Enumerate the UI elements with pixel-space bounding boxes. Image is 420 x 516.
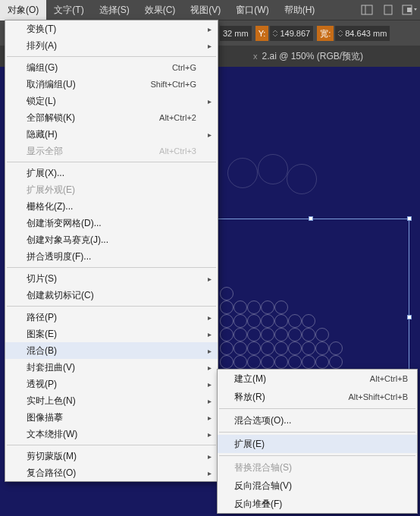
sm-revfront[interactable]: 反向堆叠(F) — [218, 495, 417, 513]
mi-transform[interactable]: 变换(T) — [5, 20, 218, 37]
menu-window[interactable]: 窗口(W) — [228, 0, 276, 20]
workspace-switcher-icon[interactable] — [401, 2, 418, 17]
w-value: 84.643 — [345, 26, 371, 41]
sm-replspine: 替换混合轴(S) — [218, 458, 417, 477]
mi-hide[interactable]: 隐藏(H) — [5, 126, 218, 143]
mi-gradmesh[interactable]: 创建渐变网格(D)... — [5, 215, 218, 231]
w-field[interactable]: 84.643 mm — [335, 26, 390, 41]
mi-expandapp: 扩展外观(E) — [5, 181, 218, 198]
unit-label: mm — [373, 26, 387, 41]
object-menu-dropdown: 变换(T) 排列(A) 编组(G)Ctrl+G 取消编组(U)Shift+Ctr… — [5, 20, 218, 482]
menu-effect[interactable]: 效果(C) — [137, 0, 183, 20]
x-field[interactable]: 32 mm — [220, 26, 252, 41]
mi-envelope[interactable]: 封套扭曲(V) — [5, 359, 218, 376]
w-label: 宽: — [317, 26, 334, 41]
mi-unlockall[interactable]: 全部解锁(K)Alt+Ctrl+2 — [5, 109, 218, 126]
stepper-icon[interactable] — [338, 30, 343, 37]
sm-revspine[interactable]: 反向混合轴(V) — [218, 477, 417, 495]
y-label: Y: — [255, 26, 269, 41]
svg-rect-4 — [407, 8, 412, 12]
mi-arrange[interactable]: 排列(A) — [5, 37, 218, 54]
document-icon[interactable] — [380, 2, 396, 17]
menubar: 对象(O) 文字(T) 选择(S) 效果(C) 视图(V) 窗口(W) 帮助(H… — [0, 0, 420, 20]
mi-showall: 显示全部Alt+Ctrl+3 — [5, 143, 218, 159]
mi-perspective[interactable]: 透视(P) — [5, 376, 218, 392]
mi-blend[interactable]: 混合(B) — [5, 342, 218, 359]
mi-flatten[interactable]: 拼合透明度(F)... — [5, 248, 218, 265]
sm-release[interactable]: 释放(R)Alt+Shift+Ctrl+B — [218, 388, 417, 406]
mi-clipmask[interactable]: 剪切蒙版(M) — [5, 448, 218, 464]
sm-expand[interactable]: 扩展(E) — [218, 435, 417, 453]
blend-submenu: 建立(M)Alt+Ctrl+B 释放(R)Alt+Shift+Ctrl+B 混合… — [217, 369, 418, 514]
mi-ungroup[interactable]: 取消编组(U)Shift+Ctrl+G — [5, 76, 218, 93]
menu-object[interactable]: 对象(O) — [0, 0, 46, 20]
menu-text[interactable]: 文字(T) — [46, 0, 91, 20]
mi-expand[interactable]: 扩展(X)... — [5, 165, 218, 181]
mi-lock[interactable]: 锁定(L) — [5, 93, 218, 109]
mi-pattern[interactable]: 图案(E) — [5, 326, 218, 342]
y-value: 149.867 — [280, 26, 310, 41]
mi-textwrap[interactable]: 文本绕排(W) — [5, 426, 218, 442]
svg-rect-2 — [384, 5, 392, 14]
close-tab-icon[interactable]: x — [253, 52, 258, 61]
mi-trimmarks[interactable]: 创建裁切标记(C) — [5, 287, 218, 304]
mi-imagetrace[interactable]: 图像描摹 — [5, 409, 218, 426]
mi-rasterize[interactable]: 栅格化(Z)... — [5, 198, 218, 215]
mi-mosaic[interactable]: 创建对象马赛克(J)... — [5, 231, 218, 248]
x-value: 32 mm — [223, 26, 249, 41]
mi-group[interactable]: 编组(G)Ctrl+G — [5, 59, 218, 76]
mi-livepaint[interactable]: 实时上色(N) — [5, 392, 218, 409]
sm-make[interactable]: 建立(M)Alt+Ctrl+B — [218, 370, 417, 388]
mi-slice[interactable]: 切片(S) — [5, 270, 218, 287]
menu-select[interactable]: 选择(S) — [92, 0, 137, 20]
menu-help[interactable]: 帮助(H) — [277, 0, 323, 20]
mi-path[interactable]: 路径(P) — [5, 309, 218, 326]
menu-view[interactable]: 视图(V) — [183, 0, 228, 20]
svg-rect-0 — [362, 5, 372, 14]
stepper-icon[interactable] — [273, 30, 277, 37]
doc-tab[interactable]: x 2.ai @ 150% (RGB/预览) — [243, 46, 374, 67]
doc-tab-title: 2.ai @ 150% (RGB/预览) — [262, 50, 364, 63]
layout-icon[interactable] — [359, 2, 375, 17]
sm-options[interactable]: 混合选项(O)... — [218, 411, 417, 429]
y-field[interactable]: 149.867 — [270, 26, 313, 41]
mi-compound[interactable]: 复合路径(O) — [5, 464, 218, 481]
